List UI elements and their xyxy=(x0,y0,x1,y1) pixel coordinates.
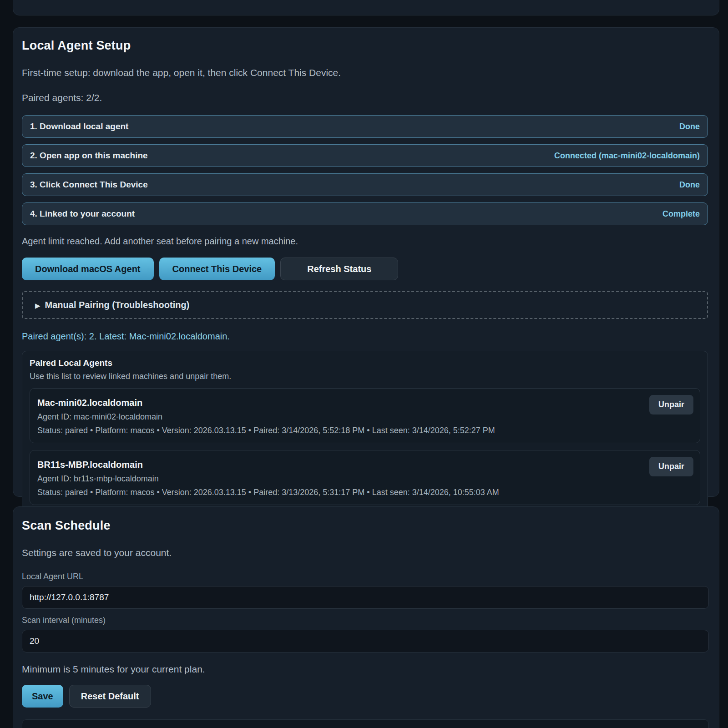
unpair-button[interactable]: Unpair xyxy=(649,395,693,415)
local-catalog-storage-panel: Local Catalog Storage xyxy=(22,719,709,728)
step-label: 4. Linked to your account xyxy=(30,209,135,219)
agent-id: Agent ID: br11s-mbp-localdomain xyxy=(37,474,499,484)
agent-name: BR11s-MBP.localdomain xyxy=(37,460,499,470)
setup-intro-text: First-time setup: download the app, open… xyxy=(22,67,708,78)
manual-pairing-toggle[interactable]: ▶Manual Pairing (Troubleshooting) xyxy=(22,291,708,319)
paired-agents-status-text: Paired agent(s): 2. Latest: Mac-mini02.l… xyxy=(22,331,708,342)
agent-meta: Status: paired • Platform: macos • Versi… xyxy=(37,488,499,497)
step-connect-device: 3. Click Connect This Device Done xyxy=(22,173,708,196)
step-status-badge: Connected (mac-mini02-localdomain) xyxy=(554,151,700,161)
agent-limit-notice: Agent limit reached. Add another seat be… xyxy=(22,236,708,247)
manual-pairing-label: Manual Pairing (Troubleshooting) xyxy=(45,300,190,310)
schedule-subtitle: Settings are saved to your account. xyxy=(22,547,708,558)
local-agent-url-label: Local Agent URL xyxy=(22,572,708,581)
agent-id: Agent ID: mac-mini02-localdomain xyxy=(37,412,495,422)
previous-section-card xyxy=(13,0,719,15)
paired-agents-panel: Paired Local Agents Use this list to rev… xyxy=(22,351,708,513)
step-label: 1. Download local agent xyxy=(30,121,128,131)
unpair-button[interactable]: Unpair xyxy=(649,457,693,476)
step-download-agent: 1. Download local agent Done xyxy=(22,115,708,138)
agent-info: BR11s-MBP.localdomain Agent ID: br11s-mb… xyxy=(37,457,499,497)
scan-interval-input[interactable] xyxy=(22,630,709,652)
local-agent-url-input[interactable] xyxy=(22,586,709,609)
paired-agents-panel-description: Use this list to review linked machines … xyxy=(30,372,700,381)
agent-row-mac-mini02: Mac-mini02.localdomain Agent ID: mac-min… xyxy=(30,388,700,443)
reset-default-button[interactable]: Reset Default xyxy=(69,685,151,708)
minimum-interval-note: Minimum is 5 minutes for your current pl… xyxy=(22,664,708,675)
agent-info: Mac-mini02.localdomain Agent ID: mac-min… xyxy=(37,395,495,435)
step-status-badge: Done xyxy=(679,180,700,190)
paired-agents-panel-title: Paired Local Agents xyxy=(30,358,700,368)
section-title: Scan Schedule xyxy=(22,519,708,533)
step-status-badge: Done xyxy=(679,122,700,131)
step-status-badge: Complete xyxy=(662,209,700,219)
connect-this-device-button[interactable]: Connect This Device xyxy=(159,258,275,280)
agent-meta: Status: paired • Platform: macos • Versi… xyxy=(37,426,495,435)
paired-agents-count: Paired agents: 2/2. xyxy=(22,92,708,103)
chevron-right-icon: ▶ xyxy=(35,302,40,310)
scan-interval-label: Scan interval (minutes) xyxy=(22,616,708,625)
step-open-app: 2. Open app on this machine Connected (m… xyxy=(22,144,708,167)
setup-steps-list: 1. Download local agent Done 2. Open app… xyxy=(22,115,708,225)
section-title: Local Agent Setup xyxy=(22,39,708,53)
agent-row-br11s-mbp: BR11s-MBP.localdomain Agent ID: br11s-mb… xyxy=(30,450,700,505)
save-button[interactable]: Save xyxy=(22,685,63,708)
setup-actions: Download macOS Agent Connect This Device… xyxy=(22,258,708,280)
download-macos-agent-button[interactable]: Download macOS Agent xyxy=(22,258,154,280)
local-agent-setup-card: Local Agent Setup First-time setup: down… xyxy=(13,27,719,497)
step-label: 3. Click Connect This Device xyxy=(30,180,148,190)
step-linked-account: 4. Linked to your account Complete xyxy=(22,202,708,225)
step-label: 2. Open app on this machine xyxy=(30,151,148,161)
scan-schedule-card: Scan Schedule Settings are saved to your… xyxy=(13,506,719,728)
schedule-actions: Save Reset Default xyxy=(22,685,708,708)
agent-name: Mac-mini02.localdomain xyxy=(37,398,495,408)
refresh-status-button[interactable]: Refresh Status xyxy=(280,258,398,280)
